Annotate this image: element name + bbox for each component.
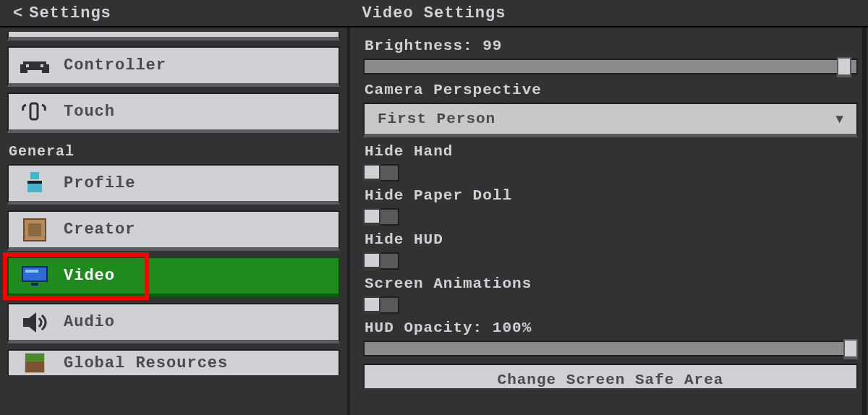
brightness-label: Brightness: 99 <box>365 38 858 54</box>
sidebar-item-audio[interactable]: Audio <box>7 303 340 343</box>
svg-rect-11 <box>22 267 47 281</box>
sidebar-item-profile[interactable]: Profile <box>7 164 340 205</box>
dropdown-value: First Person <box>378 111 495 127</box>
scrollbar[interactable] <box>862 27 867 415</box>
hide-hand-label: Hide Hand <box>365 143 858 160</box>
page-title: Video Settings <box>0 4 868 22</box>
toggle-knob <box>363 252 380 270</box>
svg-rect-14 <box>23 318 29 327</box>
sidebar-item-global-resources[interactable]: Global Resources <box>7 349 340 375</box>
change-screen-safe-area-button[interactable]: Change Screen Safe Area <box>363 364 858 388</box>
svg-rect-16 <box>25 354 44 361</box>
creator-icon <box>19 216 51 244</box>
audio-icon <box>19 309 51 336</box>
hud-opacity-label: HUD Opacity: 100% <box>365 320 858 336</box>
hide-hand-toggle[interactable] <box>363 164 399 181</box>
sidebar-item-label: Audio <box>64 313 115 331</box>
sidebar-item-label: Profile <box>64 174 135 192</box>
brightness-slider[interactable] <box>363 59 858 74</box>
controller-icon <box>19 52 51 80</box>
video-icon <box>19 262 51 290</box>
hide-paper-doll-label: Hide Paper Doll <box>365 187 858 204</box>
camera-perspective-dropdown[interactable]: First Person ▼ <box>363 103 858 137</box>
sidebar-item-controller[interactable]: Controller <box>7 46 340 87</box>
svg-rect-4 <box>41 64 43 67</box>
sidebar-item-label: Global Resources <box>64 354 228 372</box>
sidebar-item-creator[interactable]: Creator <box>7 210 340 251</box>
sidebar-item-label: Controller <box>64 56 166 74</box>
screen-animations-label: Screen Animations <box>365 275 858 292</box>
toggle-knob <box>363 208 380 226</box>
profile-icon <box>19 170 51 197</box>
hud-opacity-slider[interactable] <box>363 341 858 356</box>
hide-hud-toggle[interactable] <box>363 252 399 270</box>
touch-icon <box>19 98 51 126</box>
svg-rect-12 <box>25 270 38 273</box>
hide-hud-label: Hide HUD <box>365 231 858 248</box>
svg-rect-10 <box>28 223 41 236</box>
sidebar-section-general: General <box>0 139 347 164</box>
global-resources-icon <box>19 349 51 377</box>
toggle-knob <box>363 164 380 181</box>
toggle-knob <box>363 296 380 314</box>
svg-marker-15 <box>29 312 36 333</box>
svg-rect-3 <box>26 64 29 67</box>
button-label: Change Screen Safe Area <box>498 372 724 388</box>
settings-sidebar: Controller Touch General Profile Creator <box>0 27 350 415</box>
svg-rect-8 <box>27 181 42 184</box>
camera-perspective-label: Camera Perspective <box>365 82 858 98</box>
svg-rect-13 <box>31 283 38 286</box>
sidebar-item-prev-partial[interactable] <box>7 32 340 40</box>
svg-rect-6 <box>30 172 39 179</box>
sidebar-item-video[interactable]: Video <box>7 257 340 297</box>
hide-paper-doll-toggle[interactable] <box>363 208 399 226</box>
chevron-down-icon: ▼ <box>835 112 843 127</box>
sidebar-item-label: Video <box>64 267 115 285</box>
sidebar-item-label: Creator <box>64 221 135 239</box>
back-button[interactable]: < Settings <box>0 0 122 26</box>
svg-rect-17 <box>25 361 44 372</box>
back-label: Settings <box>29 4 111 22</box>
slider-thumb[interactable] <box>837 57 851 77</box>
sidebar-item-label: Touch <box>64 103 115 121</box>
sidebar-item-touch[interactable]: Touch <box>7 93 340 133</box>
screen-animations-toggle[interactable] <box>363 296 399 314</box>
video-settings-panel: Brightness: 99 Camera Perspective First … <box>350 27 868 415</box>
svg-rect-5 <box>30 103 38 119</box>
chevron-left-icon: < <box>13 4 23 22</box>
slider-thumb[interactable] <box>843 339 858 359</box>
